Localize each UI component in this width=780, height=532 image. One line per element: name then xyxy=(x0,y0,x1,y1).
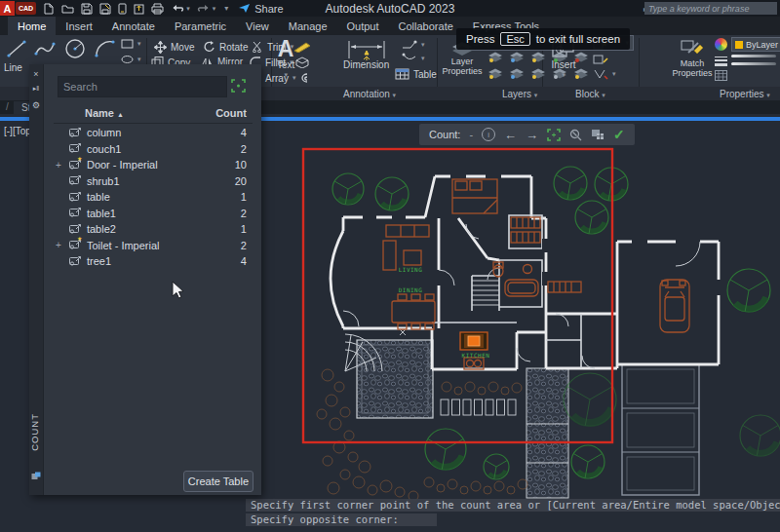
close-icon[interactable]: × xyxy=(29,69,43,79)
rectangle-tool[interactable]: ▾ xyxy=(121,39,141,49)
count-previous-button[interactable]: ← xyxy=(504,128,517,142)
paver-row xyxy=(441,399,516,415)
erase-tool-icon[interactable] xyxy=(292,41,312,53)
table-tool[interactable]: Table xyxy=(395,68,437,80)
count-row-toilet-imperial[interactable]: +★Toilet - Imperial2 xyxy=(44,238,262,254)
tab-view[interactable]: View xyxy=(236,17,279,35)
ellipse-tool[interactable]: ▾ xyxy=(121,55,141,64)
annotation-panel-label[interactable]: Annotation ▾ xyxy=(343,89,396,99)
app-logo-icon[interactable]: A xyxy=(0,1,15,16)
viewport-controls[interactable]: [-][Top xyxy=(4,126,31,136)
publish-icon[interactable] xyxy=(134,3,144,15)
tree xyxy=(740,415,780,456)
edit-block-icon[interactable] xyxy=(593,54,608,65)
count-finish-button[interactable]: ✓ xyxy=(613,127,625,142)
block-icon xyxy=(69,142,87,155)
arc-tool[interactable] xyxy=(94,37,117,60)
layer-tool-icon[interactable] xyxy=(509,51,526,63)
offset-tool-icon[interactable] xyxy=(294,72,310,84)
save-as-icon[interactable] xyxy=(99,3,111,15)
layers-panel-label[interactable]: Layers ▾ xyxy=(502,89,537,99)
tab-annotate[interactable]: Annotate xyxy=(102,17,165,35)
lineweight-selector[interactable] xyxy=(731,62,776,65)
shrub xyxy=(328,482,339,494)
redo-button[interactable]: ▾ xyxy=(197,3,216,14)
tab-manage[interactable]: Manage xyxy=(279,17,337,35)
new-file-icon[interactable] xyxy=(43,3,55,15)
command-prompt-line1[interactable]: Specify first corner point of the count … xyxy=(246,499,780,512)
layer-tool-icon[interactable] xyxy=(509,67,526,80)
print-icon[interactable] xyxy=(151,3,164,15)
palette-table-header[interactable]: Name ▲ Count xyxy=(54,107,253,124)
layer-tool-icon[interactable] xyxy=(488,51,504,63)
color-bylayer-dropdown[interactable]: ByLayer xyxy=(731,37,780,52)
mleader-tool[interactable]: ▾ xyxy=(402,53,425,63)
layer-tool-icon[interactable] xyxy=(488,67,504,80)
count-row-table[interactable]: table1 xyxy=(44,189,262,206)
driveway xyxy=(622,364,699,495)
count-row-table1[interactable]: table12 xyxy=(44,206,262,222)
undo-button[interactable]: ▾ xyxy=(171,3,190,14)
auto-hide-icon[interactable]: ▸‖ xyxy=(29,85,43,93)
count-next-button[interactable]: → xyxy=(526,128,538,142)
tree xyxy=(332,173,364,205)
shrub xyxy=(322,369,333,381)
color-wheel-icon[interactable] xyxy=(715,38,727,51)
expand-icon[interactable]: + xyxy=(44,240,69,250)
command-prompt-line2[interactable]: Specify opposite corner: xyxy=(246,513,437,526)
line-tool[interactable] xyxy=(6,39,27,58)
help-search-input[interactable] xyxy=(644,2,777,15)
count-zoom-selected-button[interactable] xyxy=(547,129,561,141)
palette-search-input[interactable] xyxy=(58,76,227,97)
dimension-tool[interactable]: Dimension xyxy=(343,39,389,70)
open-folder-icon[interactable] xyxy=(61,3,74,15)
palette-properties-icon[interactable] xyxy=(29,472,43,482)
plot-style-icon[interactable] xyxy=(715,70,727,81)
circle-tool[interactable] xyxy=(62,37,88,60)
pick-count-area-icon[interactable] xyxy=(231,79,246,96)
save-icon[interactable] xyxy=(81,3,93,15)
create-table-button[interactable]: Create Table xyxy=(183,471,254,492)
tab-insert[interactable]: Insert xyxy=(56,17,102,35)
block-count: 2 xyxy=(208,240,262,251)
lineweight-icon[interactable] xyxy=(715,55,727,68)
count-column-header[interactable]: Count xyxy=(215,107,253,123)
count-row-door-imperial[interactable]: +★Door - Imperial10 xyxy=(44,157,262,173)
count-insert-table-button[interactable] xyxy=(591,129,604,140)
text-tool[interactable]: AText▾ xyxy=(277,37,294,80)
count-row-tree1[interactable]: tree14 xyxy=(44,253,262,270)
share-button[interactable]: Share xyxy=(238,3,283,15)
layer-tools-grid[interactable] xyxy=(488,51,604,84)
tab-parametric[interactable]: Parametric xyxy=(165,17,236,35)
tree xyxy=(425,429,466,470)
expand-icon[interactable]: + xyxy=(44,160,69,171)
plot-mobile-icon[interactable] xyxy=(118,3,127,15)
count-row-shrub1[interactable]: shrub120 xyxy=(44,173,262,190)
name-column-header[interactable]: Name ▲ xyxy=(54,107,124,123)
count-info-icon[interactable]: i xyxy=(482,128,495,141)
block-attributes-icon[interactable]: ▾ xyxy=(593,68,616,80)
tab-home[interactable]: Home xyxy=(8,17,56,35)
rotate-tool[interactable]: Rotate xyxy=(203,41,248,54)
block-panel-label[interactable]: Block ▾ xyxy=(575,89,605,99)
count-row-column[interactable]: column4 xyxy=(44,125,262,141)
shrub xyxy=(334,382,344,392)
linetype-selector[interactable] xyxy=(731,55,776,57)
layer-tool-icon[interactable] xyxy=(530,51,547,63)
leader-tool[interactable]: ▾ xyxy=(402,39,425,50)
settings-gear-icon[interactable]: ⚙ xyxy=(29,100,43,110)
shrub xyxy=(330,418,341,430)
count-magnifier-button[interactable] xyxy=(569,129,582,141)
match-properties-button[interactable]: Match Properties xyxy=(671,39,714,78)
customize-quick-access-button[interactable]: ▾ xyxy=(222,4,228,13)
block-icon xyxy=(69,223,87,236)
properties-panel-label[interactable]: Properties ▾ xyxy=(720,89,770,99)
tree xyxy=(375,177,409,210)
explode-tool-icon[interactable] xyxy=(294,57,310,68)
block-icon xyxy=(69,207,87,219)
tab-output[interactable]: Output xyxy=(337,17,389,35)
polyline-tool[interactable] xyxy=(33,39,57,58)
layer-tool-icon[interactable] xyxy=(530,67,547,80)
tab-collaborate[interactable]: Collaborate xyxy=(389,17,463,35)
move-tool[interactable]: Move xyxy=(154,41,194,54)
